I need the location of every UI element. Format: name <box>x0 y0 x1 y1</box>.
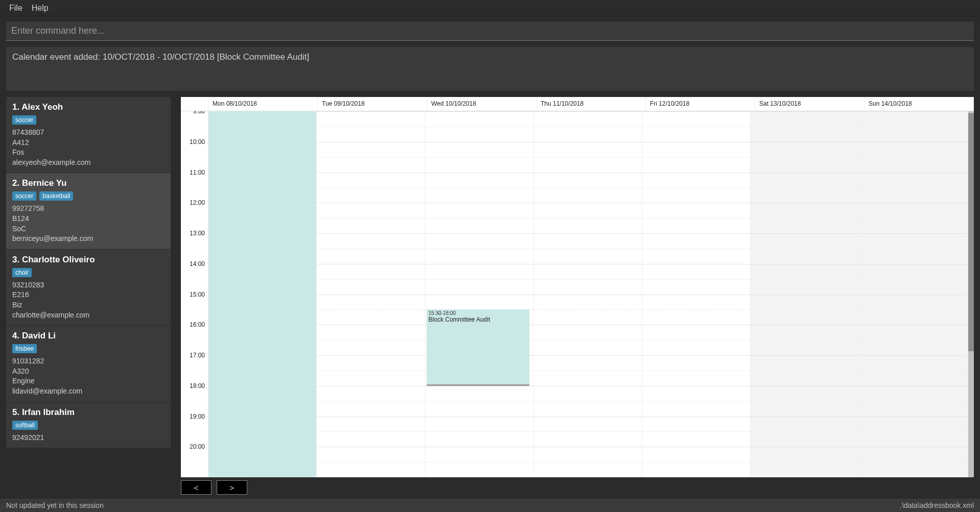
time-label: 16:00 <box>190 321 205 328</box>
day-column[interactable] <box>751 111 859 477</box>
person-email: berniceyu@example.com <box>12 234 165 244</box>
calendar-event[interactable]: 15:30-18:00Block Committee Audit <box>427 309 529 385</box>
menu-file[interactable]: File <box>9 4 22 13</box>
days-grid: 15:30-18:00Block Committee Audit <box>208 111 968 477</box>
person-room: A320 <box>12 367 165 377</box>
day-column[interactable] <box>642 111 751 477</box>
person-room: B124 <box>12 214 165 224</box>
person-email: charlotte@example.com <box>12 310 165 321</box>
calendar-grid: Mon 08/10/2018Tue 09/10/2018Wed 10/10/20… <box>181 97 974 477</box>
time-label: 17:00 <box>190 352 205 359</box>
person-card[interactable]: 3. Charlotte Oliveirochoir93210283E216Bi… <box>6 250 171 326</box>
person-tags: choir <box>12 268 165 277</box>
calendar-scrollbar[interactable] <box>968 111 974 477</box>
result-display: Calendar event added: 10/OCT/2018 - 10/O… <box>6 47 974 91</box>
day-header: Fri 12/10/2018 <box>646 97 755 111</box>
time-label: 19:00 <box>190 413 205 420</box>
person-phone: 87438807 <box>12 128 165 138</box>
time-label: 9:00 <box>193 111 205 115</box>
time-label: 10:00 <box>190 138 205 145</box>
allday-block[interactable] <box>208 111 316 477</box>
tag: softball <box>12 421 38 430</box>
calendar-scrollbar-thumb[interactable] <box>968 113 974 351</box>
person-email: alexyeoh@example.com <box>12 158 165 168</box>
menu-help[interactable]: Help <box>32 4 49 13</box>
event-time: 15:30-18:00 <box>429 310 527 316</box>
day-header: Mon 08/10/2018 <box>208 97 318 111</box>
person-phone: 92492021 <box>12 433 165 443</box>
tag: soccer <box>12 115 36 125</box>
person-tags: softball <box>12 421 165 430</box>
person-name: 3. Charlotte Oliveiro <box>12 255 165 265</box>
calendar-nav: < > <box>181 477 974 495</box>
day-column[interactable] <box>208 111 317 477</box>
main-panel: 1. Alex Yeohsoccer87438807A412Fosalexyeo… <box>6 97 974 495</box>
day-header: Sat 13/10/2018 <box>755 97 865 111</box>
day-column[interactable]: 15:30-18:00Block Committee Audit <box>426 111 534 477</box>
time-col: 9:0010:0011:0012:0013:0014:0015:0016:001… <box>181 111 208 477</box>
person-name: 5. Irfan Ibrahim <box>12 407 165 418</box>
time-col-head <box>181 97 208 111</box>
person-list-wrap: 1. Alex Yeohsoccer87438807A412Fosalexyeo… <box>6 97 174 495</box>
time-label: 14:00 <box>190 260 205 267</box>
tag: frisbee <box>12 344 37 353</box>
tag: choir <box>12 268 32 277</box>
tag: basketball <box>39 191 73 201</box>
person-name: 2. Bernice Yu <box>12 178 165 188</box>
person-email: lidavid@example.com <box>12 386 165 397</box>
event-title: Block Committee Audit <box>429 316 527 323</box>
prev-week-button[interactable]: < <box>181 480 212 495</box>
person-fac: SoC <box>12 224 165 234</box>
command-input[interactable] <box>6 21 974 41</box>
day-header: Wed 10/10/2018 <box>427 97 536 111</box>
person-phone: 99272758 <box>12 204 165 214</box>
person-name: 4. David Li <box>12 331 165 341</box>
next-week-button[interactable]: > <box>217 480 247 495</box>
day-header: Sun 14/10/2018 <box>865 97 974 111</box>
menubar: File Help <box>0 0 980 16</box>
calendar-body[interactable]: 9:0010:0011:0012:0013:0014:0015:0016:001… <box>181 111 974 477</box>
person-fac: Biz <box>12 300 165 310</box>
day-column[interactable] <box>859 111 968 477</box>
time-label: 15:00 <box>190 291 205 298</box>
person-room: E216 <box>12 290 165 300</box>
time-label: 20:00 <box>190 443 205 450</box>
status-right: .\data\addressbook.xml <box>900 501 974 509</box>
person-phone: 91031282 <box>12 356 165 367</box>
person-tags: soccer <box>12 115 165 125</box>
person-phone: 93210283 <box>12 280 165 290</box>
person-name: 1. Alex Yeoh <box>12 102 165 112</box>
time-label: 18:00 <box>190 382 205 389</box>
calendar-header: Mon 08/10/2018Tue 09/10/2018Wed 10/10/20… <box>181 97 974 111</box>
day-column[interactable] <box>534 111 642 477</box>
tag: soccer <box>12 191 36 201</box>
person-list[interactable]: 1. Alex Yeohsoccer87438807A412Fosalexyeo… <box>6 97 174 495</box>
person-fac: Fos <box>12 148 165 158</box>
calendar-panel: Mon 08/10/2018Tue 09/10/2018Wed 10/10/20… <box>181 97 974 495</box>
person-tags: frisbee <box>12 344 165 353</box>
command-area <box>0 16 980 41</box>
person-tags: soccerbasketball <box>12 191 165 201</box>
person-card[interactable]: 5. Irfan Ibrahimsoftball92492021 <box>6 402 171 449</box>
time-label: 12:00 <box>190 199 205 206</box>
day-header: Tue 09/10/2018 <box>318 97 427 111</box>
time-label: 13:00 <box>190 230 205 237</box>
result-text: Calendar event added: 10/OCT/2018 - 10/O… <box>12 52 309 62</box>
person-card[interactable]: 4. David Lifrisbee91031282A320Enginelida… <box>6 326 171 402</box>
status-bar: Not updated yet in this session .\data\a… <box>0 499 980 512</box>
person-fac: Engine <box>12 376 165 386</box>
day-column[interactable] <box>317 111 425 477</box>
status-left: Not updated yet in this session <box>6 501 104 509</box>
time-label: 11:00 <box>190 169 205 176</box>
person-card[interactable]: 1. Alex Yeohsoccer87438807A412Fosalexyeo… <box>6 97 171 173</box>
person-card[interactable]: 2. Bernice Yusoccerbasketball99272758B12… <box>6 173 171 249</box>
day-header: Thu 11/10/2018 <box>536 97 646 111</box>
person-room: A412 <box>12 138 165 148</box>
